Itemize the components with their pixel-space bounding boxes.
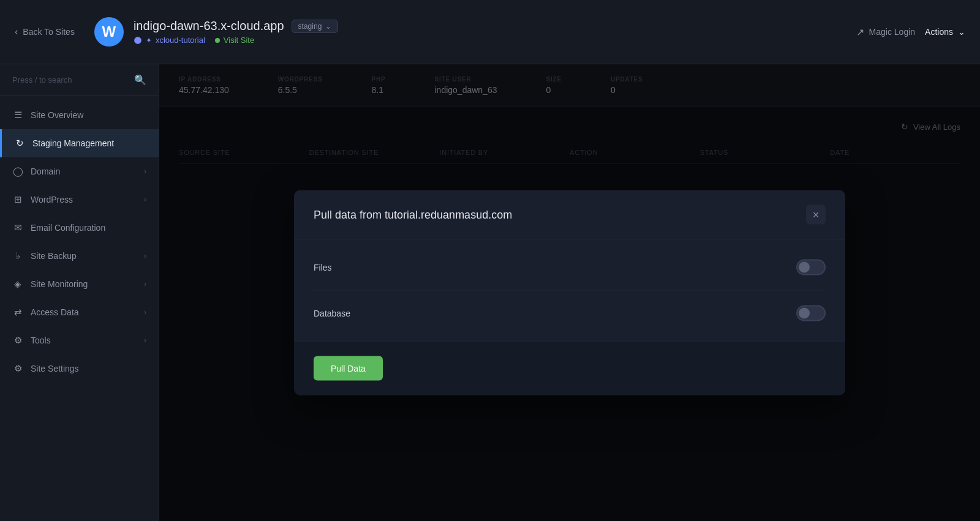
visit-site-link[interactable]: Visit Site <box>215 36 254 45</box>
access-data-arrow-icon: › <box>144 308 146 317</box>
database-label: Database <box>314 309 350 318</box>
sidebar-item-site-backup[interactable]: ♭ Site Backup › <box>0 242 159 270</box>
site-title-row: indigo-dawn-63.x-cloud.app staging ⌄ <box>134 19 338 33</box>
chevron-down-icon: ⌄ <box>325 22 331 31</box>
xcloud-icon: ✦ <box>146 36 152 45</box>
modal-footer: Pull Data <box>294 341 845 395</box>
email-icon: ✉ <box>12 222 23 233</box>
monitoring-arrow-icon: › <box>144 280 146 288</box>
database-row: Database <box>314 291 826 336</box>
pull-data-modal: Pull data from tutorial.reduanmasud.com … <box>294 190 845 395</box>
monitoring-icon: ◈ <box>12 279 23 290</box>
site-name: indigo-dawn-63.x-cloud.app <box>134 19 284 33</box>
header-actions: ↗ Magic Login Actions ⌄ <box>856 26 965 38</box>
back-to-sites-label: Back To Sites <box>23 27 75 37</box>
magic-login-button[interactable]: ↗ Magic Login <box>856 26 916 38</box>
magic-login-label: Magic Login <box>869 27 916 37</box>
site-settings-icon: ⚙ <box>12 363 23 374</box>
site-logo: W <box>94 17 124 47</box>
sidebar-nav: ☰ Site Overview ↻ Staging Management ◯ D… <box>0 96 159 521</box>
actions-label: Actions <box>925 27 953 37</box>
actions-chevron-icon: ⌄ <box>958 27 965 37</box>
access-data-label: Access Data <box>31 307 137 317</box>
sidebar-item-email-configuration[interactable]: ✉ Email Configuration <box>0 214 159 242</box>
sidebar-item-staging-management[interactable]: ↻ Staging Management <box>0 129 159 157</box>
site-info: indigo-dawn-63.x-cloud.app staging ⌄ ✦ x… <box>134 19 338 45</box>
content-area: IP ADDRESS 45.77.42.130 WORDPRESS 6.5.5 … <box>159 64 980 521</box>
site-overview-icon: ☰ <box>12 110 23 121</box>
chevron-left-icon: ‹ <box>15 26 18 37</box>
pull-data-label: Pull Data <box>331 364 366 373</box>
xcloud-label: xcloud-tutorial <box>156 36 205 45</box>
tools-label: Tools <box>31 335 137 345</box>
database-toggle[interactable] <box>796 305 826 321</box>
site-backup-label: Site Backup <box>31 251 137 261</box>
sidebar-item-site-monitoring[interactable]: ◈ Site Monitoring › <box>0 270 159 298</box>
pull-data-button[interactable]: Pull Data <box>314 356 383 381</box>
wordpress-label: WordPress <box>31 195 137 204</box>
modal-close-button[interactable]: × <box>806 205 826 225</box>
files-toggle[interactable] <box>796 260 826 275</box>
site-monitoring-label: Site Monitoring <box>31 279 137 289</box>
search-icon: 🔍 <box>134 74 146 86</box>
modal-body: Files Database <box>294 240 845 341</box>
staging-label: staging <box>298 22 322 31</box>
sidebar-item-site-overview[interactable]: ☰ Site Overview <box>0 101 159 129</box>
modal-title: Pull data from tutorial.reduanmasud.com <box>314 208 512 221</box>
search-placeholder-text: Press / to search <box>12 75 128 84</box>
backup-icon: ♭ <box>12 250 23 261</box>
search-box[interactable]: Press / to search 🔍 <box>0 64 159 96</box>
email-configuration-label: Email Configuration <box>31 223 146 233</box>
actions-button[interactable]: Actions ⌄ <box>925 27 965 37</box>
wordpress-arrow-icon: › <box>144 195 146 204</box>
modal-header: Pull data from tutorial.reduanmasud.com … <box>294 190 845 240</box>
sidebar-item-tools[interactable]: ⚙ Tools › <box>0 326 159 354</box>
domain-label: Domain <box>31 167 137 176</box>
tools-icon: ⚙ <box>12 335 23 346</box>
close-icon: × <box>813 208 820 221</box>
access-data-icon: ⇄ <box>12 307 23 318</box>
online-indicator-icon <box>215 38 220 43</box>
sidebar: Press / to search 🔍 ☰ Site Overview ↻ St… <box>0 64 159 521</box>
staging-badge[interactable]: staging ⌄ <box>292 20 339 33</box>
header: ‹ Back To Sites W indigo-dawn-63.x-cloud… <box>0 0 980 64</box>
sidebar-item-domain[interactable]: ◯ Domain › <box>0 157 159 186</box>
site-overview-label: Site Overview <box>31 110 146 120</box>
back-to-sites-button[interactable]: ‹ Back To Sites <box>15 26 75 37</box>
sidebar-item-wordpress[interactable]: ⊞ WordPress › <box>0 186 159 214</box>
main-layout: Press / to search 🔍 ☰ Site Overview ↻ St… <box>0 64 980 521</box>
files-label: Files <box>314 263 332 272</box>
staging-management-label: Staging Management <box>32 138 146 148</box>
sidebar-item-access-data[interactable]: ⇄ Access Data › <box>0 298 159 326</box>
visit-site-label: Visit Site <box>224 36 254 45</box>
xcloud-link[interactable]: ✦ xcloud-tutorial <box>134 36 205 45</box>
tools-arrow-icon: › <box>144 336 146 345</box>
magic-login-icon: ↗ <box>856 26 864 38</box>
site-settings-label: Site Settings <box>31 364 146 373</box>
staging-management-icon: ↻ <box>14 138 25 149</box>
wordpress-icon: ⊞ <box>12 194 23 205</box>
sidebar-item-site-settings[interactable]: ⚙ Site Settings <box>0 354 159 383</box>
backup-arrow-icon: › <box>144 252 146 260</box>
site-links: ✦ xcloud-tutorial Visit Site <box>134 36 338 45</box>
domain-icon: ◯ <box>12 166 23 177</box>
domain-arrow-icon: › <box>144 167 146 176</box>
files-row: Files <box>314 245 826 291</box>
